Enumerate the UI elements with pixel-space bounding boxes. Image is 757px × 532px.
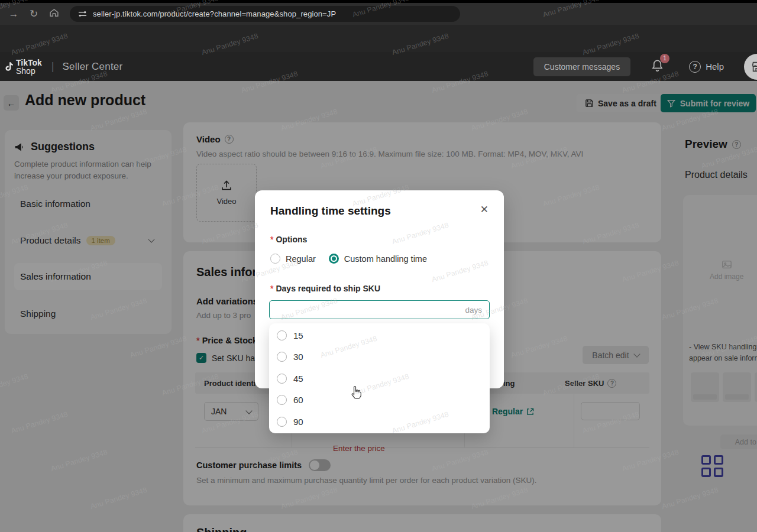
radio-unchecked-icon [277,330,287,340]
cursor-pointer-icon [350,385,363,402]
site-info-icon[interactable] [78,9,87,18]
storefront-icon [750,60,757,73]
modal-title: Handling time settings [270,205,391,218]
radio-unchecked-icon [277,352,287,362]
radio-regular-label: Regular [286,254,316,264]
days-input-wrap: days [269,300,490,319]
dropdown-option-30[interactable]: 30 [269,346,490,368]
modal-close-button[interactable]: ✕ [480,205,489,215]
radio-unchecked-icon [277,374,287,384]
radio-unchecked-icon [277,395,287,405]
notification-badge: 1 [660,54,669,63]
dropdown-option-label: 45 [293,374,303,384]
site-header: TikTok Shop | Seller Center Customer mes… [0,52,757,81]
dropdown-option-label: 60 [293,395,303,405]
help-button[interactable]: ? Help [689,61,724,73]
help-label: Help [706,61,724,72]
dropdown-option-15[interactable]: 15 [269,325,490,346]
radio-checked-icon [329,254,339,264]
url-text: seller-jp.tiktok.com/product/create?chan… [93,9,336,18]
forward-icon[interactable]: → [4,8,24,20]
days-dropdown: 15 30 45 60 90 [269,323,490,433]
days-input[interactable] [270,305,465,314]
top-dark-band [0,25,757,52]
app-name: Seller Center [63,61,123,73]
tiktok-note-icon [5,61,14,72]
url-bar[interactable]: seller-jp.tiktok.com/product/create?chan… [70,6,460,22]
dropdown-option-label: 30 [293,352,303,362]
days-required-label: *Days required to ship SKU [270,284,380,293]
notifications-button[interactable]: 1 [651,59,664,75]
radio-unchecked-icon [277,417,287,427]
dropdown-option-label: 90 [293,417,303,427]
radio-option-regular[interactable]: Regular [270,254,316,264]
logo-text-top: TikTok [16,59,42,67]
required-asterisk: * [270,284,273,293]
customer-messages-button[interactable]: Customer messages [533,57,630,76]
logo-text-bottom: Shop [16,67,42,75]
dropdown-option-60[interactable]: 60 [269,390,490,411]
dropdown-option-90[interactable]: 90 [269,411,490,433]
browser-toolbar: → ↻ seller-jp.tiktok.com/product/create?… [0,3,757,25]
required-asterisk: * [270,235,273,244]
options-label: *Options [270,235,307,244]
screen: → ↻ seller-jp.tiktok.com/product/create?… [0,0,757,532]
radio-unchecked-icon [270,254,280,264]
header-divider: | [51,60,54,73]
dropdown-option-45[interactable]: 45 [269,368,490,390]
dropdown-option-label: 15 [293,330,303,340]
tiktok-shop-logo[interactable]: TikTok Shop [5,59,42,75]
home-icon[interactable] [44,8,64,21]
radio-option-custom[interactable]: Custom handling time [329,254,427,264]
close-icon: ✕ [480,204,489,215]
help-icon: ? [689,61,701,73]
reload-icon[interactable]: ↻ [24,8,44,20]
days-suffix: days [465,306,489,314]
radio-custom-label: Custom handling time [344,254,427,264]
